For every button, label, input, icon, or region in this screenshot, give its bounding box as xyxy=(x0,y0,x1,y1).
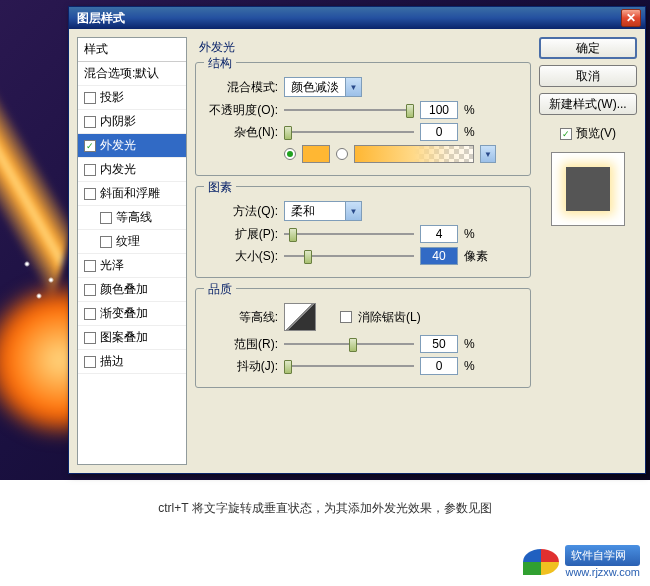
contour-swatch[interactable] xyxy=(284,303,316,331)
style-checkbox[interactable] xyxy=(84,332,96,344)
style-item-0[interactable]: 投影 xyxy=(78,86,186,110)
style-item-4[interactable]: 斜面和浮雕 xyxy=(78,182,186,206)
style-item-label: 光泽 xyxy=(100,257,124,274)
style-item-6[interactable]: 纹理 xyxy=(78,230,186,254)
style-checkbox[interactable] xyxy=(100,236,112,248)
style-item-label: 渐变叠加 xyxy=(100,305,148,322)
style-item-label: 纹理 xyxy=(116,233,140,250)
panel-title: 外发光 xyxy=(195,37,531,58)
technique-combo[interactable]: 柔和 ▼ xyxy=(284,201,362,221)
opacity-slider[interactable] xyxy=(284,101,414,119)
chevron-down-icon: ▼ xyxy=(345,78,361,96)
antialias-label: 消除锯齿(L) xyxy=(358,309,421,326)
cancel-button[interactable]: 取消 xyxy=(539,65,637,87)
dialog-title: 图层样式 xyxy=(73,10,621,27)
style-item-9[interactable]: 渐变叠加 xyxy=(78,302,186,326)
noise-unit: % xyxy=(464,125,475,139)
chevron-down-icon[interactable]: ▼ xyxy=(480,145,496,163)
footer: 软件自学网 www.rjzxw.com xyxy=(523,545,640,578)
style-checkbox[interactable] xyxy=(84,116,96,128)
style-item-2[interactable]: 外发光 xyxy=(78,134,186,158)
style-item-label: 外发光 xyxy=(100,137,136,154)
style-list: 样式 混合选项:默认 投影内阴影外发光内发光斜面和浮雕等高线纹理光泽颜色叠加渐变… xyxy=(77,37,187,465)
color-radio[interactable] xyxy=(284,148,296,160)
jitter-input[interactable] xyxy=(420,357,458,375)
gradient-radio[interactable] xyxy=(336,148,348,160)
brand-url: www.rjzxw.com xyxy=(565,566,640,578)
elements-group: 图素 方法(Q): 柔和 ▼ 扩展(P): % 大小(S): xyxy=(195,186,531,278)
new-style-button[interactable]: 新建样式(W)... xyxy=(539,93,637,115)
preview-swatch xyxy=(566,167,610,211)
jitter-label: 抖动(J): xyxy=(206,358,278,375)
style-checkbox[interactable] xyxy=(84,284,96,296)
style-item-label: 斜面和浮雕 xyxy=(100,185,160,202)
close-icon: ✕ xyxy=(626,11,636,25)
right-panel: 确定 取消 新建样式(W)... 预览(V) xyxy=(539,37,637,465)
opacity-unit: % xyxy=(464,103,475,117)
style-checkbox[interactable] xyxy=(84,140,96,152)
antialias-checkbox[interactable] xyxy=(340,311,352,323)
quality-legend: 品质 xyxy=(204,281,236,298)
style-list-header[interactable]: 样式 xyxy=(78,38,186,62)
center-panel: 外发光 结构 混合模式: 颜色减淡 ▼ 不透明度(O): % xyxy=(195,37,531,465)
structure-group: 结构 混合模式: 颜色减淡 ▼ 不透明度(O): % 杂色(N): xyxy=(195,62,531,176)
contour-label: 等高线: xyxy=(206,309,278,326)
style-checkbox[interactable] xyxy=(84,92,96,104)
range-slider[interactable] xyxy=(284,335,414,353)
size-label: 大小(S): xyxy=(206,248,278,265)
style-item-1[interactable]: 内阴影 xyxy=(78,110,186,134)
preview-box xyxy=(551,152,625,226)
caption-text: ctrl+T 将文字旋转成垂直状态，为其添加外发光效果，参数见图 xyxy=(0,500,650,517)
style-item-10[interactable]: 图案叠加 xyxy=(78,326,186,350)
style-item-5[interactable]: 等高线 xyxy=(78,206,186,230)
opacity-label: 不透明度(O): xyxy=(206,102,278,119)
noise-input[interactable] xyxy=(420,123,458,141)
size-slider[interactable] xyxy=(284,247,414,265)
gradient-strip[interactable] xyxy=(354,145,474,163)
noise-slider[interactable] xyxy=(284,123,414,141)
titlebar[interactable]: 图层样式 ✕ xyxy=(69,7,645,29)
preview-checkbox[interactable] xyxy=(560,128,572,140)
style-checkbox[interactable] xyxy=(84,260,96,272)
logo-icon xyxy=(523,549,559,575)
style-checkbox[interactable] xyxy=(84,164,96,176)
style-checkbox[interactable] xyxy=(84,188,96,200)
jitter-unit: % xyxy=(464,359,475,373)
blending-options-row[interactable]: 混合选项:默认 xyxy=(78,62,186,86)
ok-button[interactable]: 确定 xyxy=(539,37,637,59)
spread-slider[interactable] xyxy=(284,225,414,243)
layer-style-dialog: 图层样式 ✕ 样式 混合选项:默认 投影内阴影外发光内发光斜面和浮雕等高线纹理光… xyxy=(68,6,646,474)
style-item-7[interactable]: 光泽 xyxy=(78,254,186,278)
blend-mode-label: 混合模式: xyxy=(206,79,278,96)
range-unit: % xyxy=(464,337,475,351)
range-label: 范围(R): xyxy=(206,336,278,353)
style-item-11[interactable]: 描边 xyxy=(78,350,186,374)
style-item-label: 等高线 xyxy=(116,209,152,226)
preview-label: 预览(V) xyxy=(576,125,616,142)
size-input[interactable]: 40 xyxy=(420,247,458,265)
style-checkbox[interactable] xyxy=(100,212,112,224)
style-checkbox[interactable] xyxy=(84,356,96,368)
style-item-label: 描边 xyxy=(100,353,124,370)
style-item-label: 内发光 xyxy=(100,161,136,178)
style-item-label: 投影 xyxy=(100,89,124,106)
style-item-3[interactable]: 内发光 xyxy=(78,158,186,182)
style-item-label: 颜色叠加 xyxy=(100,281,148,298)
noise-label: 杂色(N): xyxy=(206,124,278,141)
blend-mode-combo[interactable]: 颜色减淡 ▼ xyxy=(284,77,362,97)
brand-text: 软件自学网 xyxy=(565,545,640,566)
spread-unit: % xyxy=(464,227,475,241)
style-checkbox[interactable] xyxy=(84,308,96,320)
quality-group: 品质 等高线: 消除锯齿(L) 范围(R): % 抖动(J): xyxy=(195,288,531,388)
elements-legend: 图素 xyxy=(204,179,236,196)
opacity-input[interactable] xyxy=(420,101,458,119)
color-swatch[interactable] xyxy=(302,145,330,163)
jitter-slider[interactable] xyxy=(284,357,414,375)
size-unit: 像素 xyxy=(464,248,488,265)
spread-input[interactable] xyxy=(420,225,458,243)
style-item-label: 图案叠加 xyxy=(100,329,148,346)
close-button[interactable]: ✕ xyxy=(621,9,641,27)
technique-label: 方法(Q): xyxy=(206,203,278,220)
style-item-8[interactable]: 颜色叠加 xyxy=(78,278,186,302)
range-input[interactable] xyxy=(420,335,458,353)
